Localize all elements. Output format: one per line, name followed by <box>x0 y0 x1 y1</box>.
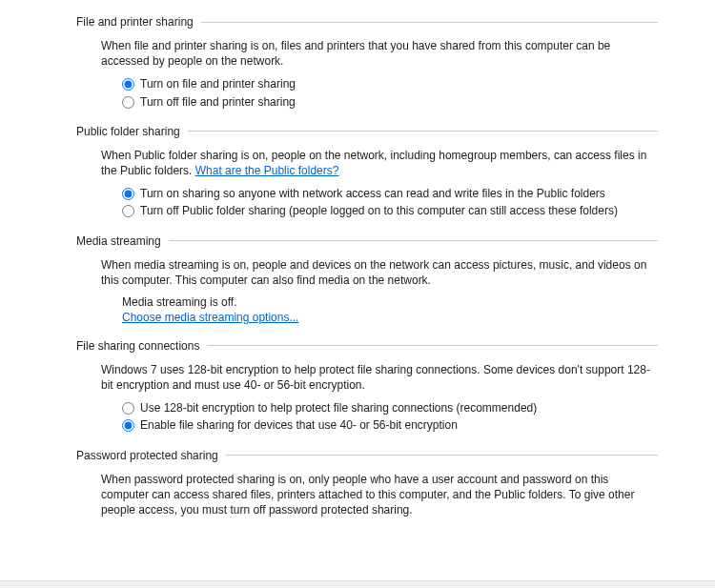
divider <box>226 455 658 456</box>
radio-turn-on-file-printer[interactable]: Turn on file and printer sharing <box>122 76 658 91</box>
radio-input[interactable] <box>122 419 134 432</box>
radio-label: Turn on file and printer sharing <box>140 76 296 91</box>
section-header: File and printer sharing <box>76 15 658 29</box>
section-header: Public folder sharing <box>76 125 658 138</box>
section-title: File and printer sharing <box>76 15 194 29</box>
radio-turn-off-file-printer[interactable]: Turn off file and printer sharing <box>122 94 658 110</box>
divider <box>207 345 658 346</box>
divider <box>201 22 658 23</box>
section-header: Media streaming <box>76 234 658 248</box>
section-title: Public folder sharing <box>76 125 180 138</box>
radio-turn-on-public-sharing[interactable]: Turn on sharing so anyone with network a… <box>122 186 658 201</box>
link-what-are-public-folders[interactable]: What are the Public folders? <box>195 164 339 177</box>
section-description: When password protected sharing is on, o… <box>101 472 658 518</box>
section-description: Windows 7 uses 128-bit encryption to hel… <box>101 362 658 393</box>
description-text: When Public folder sharing is on, people… <box>101 149 646 177</box>
section-description: When file and printer sharing is on, fil… <box>101 38 658 69</box>
radio-input[interactable] <box>122 96 134 109</box>
section-description: When Public folder sharing is on, people… <box>101 148 658 178</box>
radio-label: Enable file sharing for devices that use… <box>140 417 458 433</box>
radio-label: Turn off Public folder sharing (people l… <box>140 203 618 218</box>
radio-input[interactable] <box>122 188 134 200</box>
radio-input[interactable] <box>122 205 134 217</box>
radio-input[interactable] <box>122 78 134 91</box>
radio-label: Use 128-bit encryption to help protect f… <box>140 400 537 416</box>
section-file-sharing-connections: File sharing connections Windows 7 uses … <box>76 339 658 434</box>
link-choose-media-options[interactable]: Choose media streaming options... <box>122 311 298 324</box>
section-header: File sharing connections <box>76 339 658 353</box>
radio-turn-off-public-sharing[interactable]: Turn off Public folder sharing (people l… <box>122 203 658 218</box>
section-public-folder-sharing: Public folder sharing When Public folder… <box>76 125 658 219</box>
section-header: Password protected sharing <box>76 449 658 462</box>
section-title: Password protected sharing <box>76 449 218 462</box>
radio-40-56bit-encryption[interactable]: Enable file sharing for devices that use… <box>122 417 658 433</box>
radio-label: Turn on sharing so anyone with network a… <box>140 186 605 201</box>
section-file-printer-sharing: File and printer sharing When file and p… <box>76 15 658 110</box>
radio-label: Turn off file and printer sharing <box>140 94 296 110</box>
dialog-footer: Save changes Cancel <box>0 580 715 588</box>
divider <box>188 131 658 132</box>
media-status-text: Media streaming is off. <box>122 295 658 309</box>
section-description: When media streaming is on, people and d… <box>101 257 658 288</box>
section-media-streaming: Media streaming When media streaming is … <box>76 234 658 324</box>
section-title: File sharing connections <box>76 339 199 353</box>
radio-input[interactable] <box>122 402 134 415</box>
radio-128bit-encryption[interactable]: Use 128-bit encryption to help protect f… <box>122 400 658 416</box>
section-title: Media streaming <box>76 234 161 248</box>
advanced-sharing-content: File and printer sharing When file and p… <box>0 0 715 580</box>
section-password-protected-sharing: Password protected sharing When password… <box>76 449 658 518</box>
divider <box>169 240 658 241</box>
